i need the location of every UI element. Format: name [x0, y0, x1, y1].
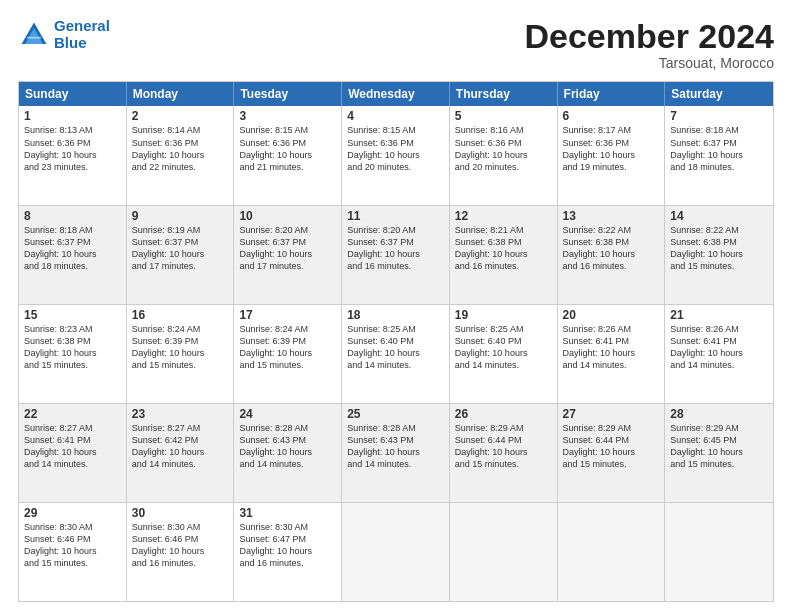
calendar-cell: 27Sunrise: 8:29 AM Sunset: 6:44 PM Dayli…	[558, 404, 666, 502]
cell-info: Sunrise: 8:13 AM Sunset: 6:36 PM Dayligh…	[24, 124, 121, 173]
calendar-cell: 16Sunrise: 8:24 AM Sunset: 6:39 PM Dayli…	[127, 305, 235, 403]
cell-info: Sunrise: 8:26 AM Sunset: 6:41 PM Dayligh…	[563, 323, 660, 372]
cell-info: Sunrise: 8:14 AM Sunset: 6:36 PM Dayligh…	[132, 124, 229, 173]
day-number: 10	[239, 209, 336, 223]
cell-info: Sunrise: 8:23 AM Sunset: 6:38 PM Dayligh…	[24, 323, 121, 372]
cell-info: Sunrise: 8:24 AM Sunset: 6:39 PM Dayligh…	[239, 323, 336, 372]
calendar-cell: 25Sunrise: 8:28 AM Sunset: 6:43 PM Dayli…	[342, 404, 450, 502]
dow-monday: Monday	[127, 82, 235, 106]
day-number: 28	[670, 407, 768, 421]
cell-info: Sunrise: 8:30 AM Sunset: 6:47 PM Dayligh…	[239, 521, 336, 570]
calendar-cell	[558, 503, 666, 601]
header: General Blue December 2024 Tarsouat, Mor…	[18, 18, 774, 71]
calendar-cell: 17Sunrise: 8:24 AM Sunset: 6:39 PM Dayli…	[234, 305, 342, 403]
cell-info: Sunrise: 8:24 AM Sunset: 6:39 PM Dayligh…	[132, 323, 229, 372]
day-number: 18	[347, 308, 444, 322]
location: Tarsouat, Morocco	[524, 55, 774, 71]
cell-info: Sunrise: 8:29 AM Sunset: 6:44 PM Dayligh…	[455, 422, 552, 471]
calendar-cell: 12Sunrise: 8:21 AM Sunset: 6:38 PM Dayli…	[450, 206, 558, 304]
day-number: 5	[455, 109, 552, 123]
calendar-cell: 26Sunrise: 8:29 AM Sunset: 6:44 PM Dayli…	[450, 404, 558, 502]
svg-rect-2	[27, 36, 41, 38]
cell-info: Sunrise: 8:16 AM Sunset: 6:36 PM Dayligh…	[455, 124, 552, 173]
cell-info: Sunrise: 8:26 AM Sunset: 6:41 PM Dayligh…	[670, 323, 768, 372]
calendar-cell	[665, 503, 773, 601]
calendar-week-2: 8Sunrise: 8:18 AM Sunset: 6:37 PM Daylig…	[19, 205, 773, 304]
calendar-cell: 20Sunrise: 8:26 AM Sunset: 6:41 PM Dayli…	[558, 305, 666, 403]
logo-icon	[18, 19, 50, 51]
calendar-cell: 13Sunrise: 8:22 AM Sunset: 6:38 PM Dayli…	[558, 206, 666, 304]
calendar-cell: 30Sunrise: 8:30 AM Sunset: 6:46 PM Dayli…	[127, 503, 235, 601]
cell-info: Sunrise: 8:28 AM Sunset: 6:43 PM Dayligh…	[347, 422, 444, 471]
day-number: 14	[670, 209, 768, 223]
cell-info: Sunrise: 8:15 AM Sunset: 6:36 PM Dayligh…	[347, 124, 444, 173]
cell-info: Sunrise: 8:27 AM Sunset: 6:41 PM Dayligh…	[24, 422, 121, 471]
day-number: 23	[132, 407, 229, 421]
cell-info: Sunrise: 8:30 AM Sunset: 6:46 PM Dayligh…	[132, 521, 229, 570]
dow-thursday: Thursday	[450, 82, 558, 106]
dow-tuesday: Tuesday	[234, 82, 342, 106]
title-block: December 2024 Tarsouat, Morocco	[524, 18, 774, 71]
day-number: 12	[455, 209, 552, 223]
cell-info: Sunrise: 8:18 AM Sunset: 6:37 PM Dayligh…	[24, 224, 121, 273]
logo-text: General Blue	[54, 18, 110, 51]
calendar-header: Sunday Monday Tuesday Wednesday Thursday…	[19, 82, 773, 106]
cell-info: Sunrise: 8:17 AM Sunset: 6:36 PM Dayligh…	[563, 124, 660, 173]
day-number: 19	[455, 308, 552, 322]
day-number: 16	[132, 308, 229, 322]
day-number: 29	[24, 506, 121, 520]
calendar-cell: 14Sunrise: 8:22 AM Sunset: 6:38 PM Dayli…	[665, 206, 773, 304]
day-number: 17	[239, 308, 336, 322]
day-number: 27	[563, 407, 660, 421]
dow-saturday: Saturday	[665, 82, 773, 106]
day-number: 8	[24, 209, 121, 223]
cell-info: Sunrise: 8:25 AM Sunset: 6:40 PM Dayligh…	[455, 323, 552, 372]
day-number: 21	[670, 308, 768, 322]
dow-sunday: Sunday	[19, 82, 127, 106]
calendar-cell: 29Sunrise: 8:30 AM Sunset: 6:46 PM Dayli…	[19, 503, 127, 601]
calendar-cell: 21Sunrise: 8:26 AM Sunset: 6:41 PM Dayli…	[665, 305, 773, 403]
logo-line2: Blue	[54, 34, 87, 51]
day-number: 25	[347, 407, 444, 421]
day-number: 20	[563, 308, 660, 322]
calendar-week-1: 1Sunrise: 8:13 AM Sunset: 6:36 PM Daylig…	[19, 106, 773, 204]
logo-line1: General	[54, 17, 110, 34]
calendar-cell: 23Sunrise: 8:27 AM Sunset: 6:42 PM Dayli…	[127, 404, 235, 502]
calendar-cell	[342, 503, 450, 601]
day-number: 22	[24, 407, 121, 421]
calendar-cell: 2Sunrise: 8:14 AM Sunset: 6:36 PM Daylig…	[127, 106, 235, 204]
day-number: 7	[670, 109, 768, 123]
calendar-cell: 15Sunrise: 8:23 AM Sunset: 6:38 PM Dayli…	[19, 305, 127, 403]
calendar-week-3: 15Sunrise: 8:23 AM Sunset: 6:38 PM Dayli…	[19, 304, 773, 403]
calendar-cell: 18Sunrise: 8:25 AM Sunset: 6:40 PM Dayli…	[342, 305, 450, 403]
day-number: 3	[239, 109, 336, 123]
calendar-cell: 24Sunrise: 8:28 AM Sunset: 6:43 PM Dayli…	[234, 404, 342, 502]
cell-info: Sunrise: 8:29 AM Sunset: 6:45 PM Dayligh…	[670, 422, 768, 471]
calendar-cell: 28Sunrise: 8:29 AM Sunset: 6:45 PM Dayli…	[665, 404, 773, 502]
calendar-week-5: 29Sunrise: 8:30 AM Sunset: 6:46 PM Dayli…	[19, 502, 773, 601]
day-number: 1	[24, 109, 121, 123]
calendar-cell: 4Sunrise: 8:15 AM Sunset: 6:36 PM Daylig…	[342, 106, 450, 204]
calendar-cell: 10Sunrise: 8:20 AM Sunset: 6:37 PM Dayli…	[234, 206, 342, 304]
cell-info: Sunrise: 8:27 AM Sunset: 6:42 PM Dayligh…	[132, 422, 229, 471]
calendar-cell: 8Sunrise: 8:18 AM Sunset: 6:37 PM Daylig…	[19, 206, 127, 304]
dow-friday: Friday	[558, 82, 666, 106]
cell-info: Sunrise: 8:15 AM Sunset: 6:36 PM Dayligh…	[239, 124, 336, 173]
calendar-cell	[450, 503, 558, 601]
day-number: 31	[239, 506, 336, 520]
page: General Blue December 2024 Tarsouat, Mor…	[0, 0, 792, 612]
day-number: 2	[132, 109, 229, 123]
day-number: 9	[132, 209, 229, 223]
calendar-cell: 3Sunrise: 8:15 AM Sunset: 6:36 PM Daylig…	[234, 106, 342, 204]
calendar: Sunday Monday Tuesday Wednesday Thursday…	[18, 81, 774, 602]
calendar-cell: 9Sunrise: 8:19 AM Sunset: 6:37 PM Daylig…	[127, 206, 235, 304]
day-number: 24	[239, 407, 336, 421]
cell-info: Sunrise: 8:21 AM Sunset: 6:38 PM Dayligh…	[455, 224, 552, 273]
cell-info: Sunrise: 8:20 AM Sunset: 6:37 PM Dayligh…	[347, 224, 444, 273]
cell-info: Sunrise: 8:25 AM Sunset: 6:40 PM Dayligh…	[347, 323, 444, 372]
calendar-cell: 31Sunrise: 8:30 AM Sunset: 6:47 PM Dayli…	[234, 503, 342, 601]
calendar-body: 1Sunrise: 8:13 AM Sunset: 6:36 PM Daylig…	[19, 106, 773, 601]
calendar-cell: 6Sunrise: 8:17 AM Sunset: 6:36 PM Daylig…	[558, 106, 666, 204]
logo: General Blue	[18, 18, 110, 51]
calendar-cell: 1Sunrise: 8:13 AM Sunset: 6:36 PM Daylig…	[19, 106, 127, 204]
